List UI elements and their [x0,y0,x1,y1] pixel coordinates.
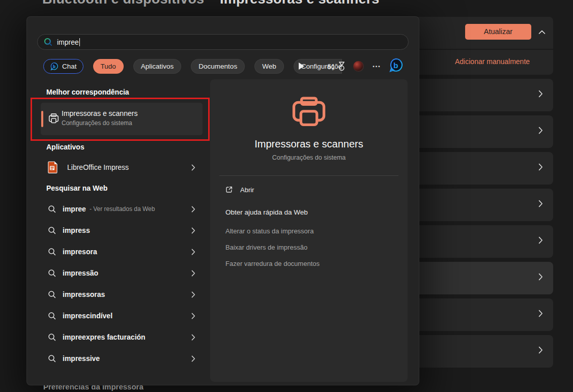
filter-label: Chat [62,63,77,70]
svg-text:b: b [53,64,55,69]
search-suggestion-icon [48,312,56,320]
chevron-right-icon [191,291,195,298]
app-item-label: LibreOffice Impress [67,163,129,171]
chevron-right-icon [538,200,543,207]
selection-accent-bar [41,111,43,127]
open-external-icon [225,186,233,194]
web-suggestion-row[interactable]: imprescindível [41,305,203,326]
text-caret [79,38,80,46]
suggestion-text: impress [63,226,90,234]
web-suggestion-row[interactable]: impree - Ver resultados da Web [41,198,203,220]
chevron-right-icon [191,270,195,277]
web-suggestion-row[interactable]: impressoras [41,284,203,305]
refresh-button[interactable]: Atualizar [465,24,531,40]
best-match-title: Impressoras e scanners [62,109,137,117]
search-suggestion-icon [48,226,56,235]
suggestion-text: imprescindível [63,312,112,320]
search-query: impree [57,38,79,46]
chevron-right-icon [538,310,543,317]
open-label: Abrir [240,186,254,194]
chevron-right-icon [538,90,543,98]
search-suggestion-icon [48,290,56,299]
chevron-right-icon [538,163,543,171]
result-preview-panel: Impressoras e scanners Configurações do … [210,79,408,382]
filter-tab-aplicativos[interactable]: Aplicativos [133,59,182,74]
chevron-right-icon [191,334,195,341]
best-match-heading: Melhor correspondência [46,88,129,96]
suggestion-text: impressive [63,354,100,363]
filter-tab-chat[interactable]: b Chat [43,59,83,74]
chevron-up-icon[interactable] [536,26,548,38]
page-title: Impressoras e scanners [220,0,380,7]
preview-title: Impressoras e scanners [210,138,408,150]
suggestion-text: impressoras [63,290,105,298]
search-input[interactable]: impree [37,34,409,50]
search-suggestion-icon [48,269,56,278]
printer-icon-large [290,97,328,130]
search-suggestion-icon [48,354,56,363]
chevron-right-icon [538,346,543,354]
quick-help-link[interactable]: Obter ajuda rápida da Web [225,208,308,216]
filter-label: Documentos [198,63,237,70]
breadcrumb[interactable]: Bluetooth e dispositivos [42,0,204,7]
chevron-right-icon [191,313,195,319]
suggestion-text: impresora [63,248,97,256]
best-match-item[interactable]: Impressoras e scanners Configurações do … [41,103,203,135]
bing-chat-icon: b [50,62,59,71]
filter-label: Web [262,63,276,70]
chevron-right-icon [191,249,195,255]
web-suggestion-row[interactable]: impressão [41,262,203,284]
filter-tab-tudo[interactable]: Tudo [93,59,124,74]
action-scan-documents[interactable]: Fazer varredura de documentos [225,260,320,267]
chevron-right-icon [538,236,543,244]
web-search-heading: Pesquisar na Web [46,184,107,192]
add-manually-link[interactable]: Adicionar manualmente [455,57,530,66]
suggestion-text: impressão [63,269,98,277]
search-icon [44,38,52,46]
printer-icon [47,112,60,125]
rewards-medal-icon [338,62,346,71]
suggestion-text: impree [63,205,86,213]
best-match-subtitle: Configurações do sistema [62,119,132,127]
scroll-filters-right-icon[interactable] [299,63,304,70]
chevron-right-icon [191,355,195,362]
libreoffice-impress-icon [48,161,58,173]
filter-tab-documentos[interactable]: Documentos [191,59,245,74]
search-suggestion-icon [48,333,56,342]
web-suggestion-row[interactable]: impresora [41,241,203,262]
web-suggestion-row[interactable]: impress [41,220,203,241]
chevron-right-icon [191,227,195,234]
divider [219,175,398,176]
user-avatar[interactable] [353,61,364,72]
rewards-badge[interactable]: 61 [327,62,346,71]
app-item-libreoffice-impress[interactable]: LibreOffice Impress [41,157,203,177]
search-suggestion-icon [48,248,56,256]
rewards-count: 61 [327,63,335,71]
filter-label: Aplicativos [141,63,174,70]
chevron-right-icon [538,127,543,134]
filter-label: Tudo [101,63,116,70]
apps-heading: Aplicativos [46,143,84,151]
suggestion-annotation: - Ver resultados da Web [90,205,155,213]
bing-logo[interactable]: b [388,57,404,73]
open-button[interactable]: Abrir [225,186,254,194]
action-change-printer-status[interactable]: Alterar o status da impressora [225,227,313,235]
chevron-right-icon [191,164,195,171]
search-overlay: impree b Chat Tudo Aplicativos Documento… [26,16,419,385]
chevron-right-icon [538,273,543,281]
web-suggestion-row[interactable]: impressive [41,348,203,369]
web-suggestion-row[interactable]: impreexpres facturación [41,326,203,348]
chevron-right-icon [191,206,195,213]
more-options-button[interactable]: … [372,59,382,70]
svg-text:b: b [393,61,398,70]
filter-tab-web[interactable]: Web [254,59,284,74]
search-suggestion-icon [48,205,56,214]
suggestion-text: impreexpres facturación [63,333,146,341]
preview-subtitle: Configurações do sistema [210,154,408,161]
action-download-drivers[interactable]: Baixar drivers de impressão [225,244,307,251]
